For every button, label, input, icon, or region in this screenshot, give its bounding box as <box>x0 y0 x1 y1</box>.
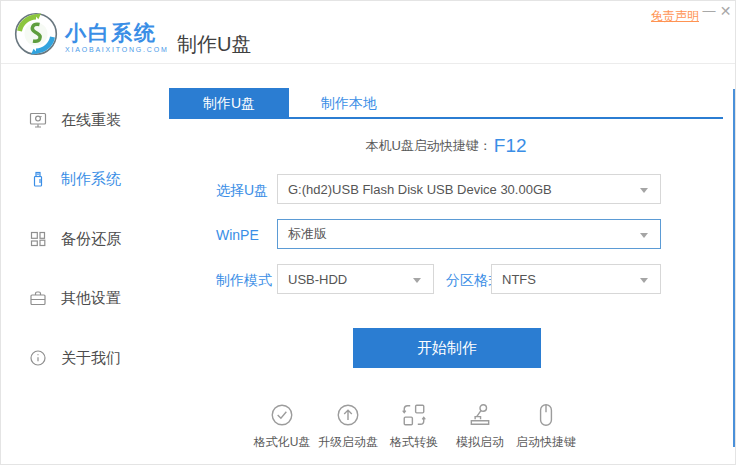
sidebar-item-online-reinstall[interactable]: 在线重装 <box>29 109 121 131</box>
sidebar-item-label: 其他设置 <box>61 289 121 308</box>
select-usb-value: G:(hd2)USB Flash Disk USB Device 30.00GB <box>288 182 552 197</box>
header-divider <box>1 63 735 64</box>
convert-icon <box>401 402 427 428</box>
dropdown-caret-icon <box>640 188 648 193</box>
sidebar-item-label: 制作系统 <box>61 170 121 189</box>
tab-bar: 制作U盘 制作本地 <box>169 88 723 119</box>
tab-make-local[interactable]: 制作本地 <box>289 88 409 119</box>
footer-toolbar: 格式化U盘 升级启动盘 格式转换 <box>249 402 579 451</box>
tab-make-usb[interactable]: 制作U盘 <box>169 88 289 119</box>
dropdown-caret-icon <box>640 278 648 283</box>
mouse-icon <box>533 402 559 428</box>
monitor-icon <box>29 111 47 129</box>
tool-format-usb[interactable]: 格式化U盘 <box>249 402 315 451</box>
sidebar-item-label: 备份还原 <box>61 230 121 249</box>
tool-boot-hotkey[interactable]: 启动快捷键 <box>513 402 579 451</box>
backup-grid-icon <box>29 230 47 248</box>
app-domain: XIAOBAIXITONG.COM <box>65 46 169 53</box>
make-mode-value: USB-HDD <box>288 272 347 287</box>
boot-hotkey-value: F12 <box>494 135 527 156</box>
sidebar-item-other-settings[interactable]: 其他设置 <box>29 287 121 309</box>
sidebar-item-make-system[interactable]: 制作系统 <box>29 168 121 190</box>
select-usb-label: 选择U盘 <box>216 182 268 200</box>
tool-label: 启动快捷键 <box>516 434 576 451</box>
toolbox-icon <box>29 289 47 307</box>
tool-upgrade-boot-disk[interactable]: 升级启动盘 <box>315 402 381 451</box>
tool-label: 升级启动盘 <box>318 434 378 451</box>
page-title: 制作U盘 <box>177 31 251 58</box>
info-icon <box>29 349 47 367</box>
sidebar-item-label: 关于我们 <box>61 349 121 368</box>
disclaimer-link[interactable]: 免责声明 <box>651 8 699 25</box>
dropdown-caret-icon <box>413 278 421 283</box>
tool-simulate-boot[interactable]: 模拟启动 <box>447 402 513 451</box>
tool-label: 格式转换 <box>390 434 438 451</box>
winpe-value: 标准版 <box>288 225 327 243</box>
partition-format-value: NTFS <box>502 272 536 287</box>
app-logo-icon <box>14 12 58 60</box>
app-window: 小白系统 XIAOBAIXITONG.COM 制作U盘 免责声明 — ✕ 在线重… <box>0 0 736 465</box>
tool-format-convert[interactable]: 格式转换 <box>381 402 447 451</box>
sidebar-item-label: 在线重装 <box>61 111 121 130</box>
partition-format-dropdown[interactable]: NTFS <box>491 264 661 294</box>
check-circle-icon <box>269 402 295 428</box>
boot-hotkey-label: 本机U盘启动快捷键： <box>365 138 491 153</box>
close-button[interactable]: ✕ <box>718 3 733 19</box>
sidebar-item-about-us[interactable]: 关于我们 <box>29 347 121 369</box>
usb-drive-icon <box>29 170 47 188</box>
joystick-icon <box>467 402 493 428</box>
upgrade-circle-icon <box>335 402 361 428</box>
app-name: 小白系统 <box>65 20 169 45</box>
make-mode-dropdown[interactable]: USB-HDD <box>277 264 434 294</box>
start-make-button[interactable]: 开始制作 <box>353 328 541 368</box>
winpe-dropdown[interactable]: 标准版 <box>277 219 661 249</box>
make-mode-label: 制作模式 <box>216 272 272 290</box>
winpe-label: WinPE <box>216 227 259 243</box>
app-logo: 小白系统 XIAOBAIXITONG.COM <box>14 12 169 60</box>
boot-hotkey-line: 本机U盘启动快捷键：F12 <box>169 135 723 157</box>
minimize-button[interactable]: — <box>702 3 716 18</box>
dropdown-caret-icon <box>640 233 648 238</box>
tool-label: 模拟启动 <box>456 434 504 451</box>
sidebar-item-backup-restore[interactable]: 备份还原 <box>29 228 121 250</box>
select-usb-dropdown[interactable]: G:(hd2)USB Flash Disk USB Device 30.00GB <box>277 174 661 204</box>
window-right-accent <box>733 89 735 447</box>
tool-label: 格式化U盘 <box>254 434 311 451</box>
